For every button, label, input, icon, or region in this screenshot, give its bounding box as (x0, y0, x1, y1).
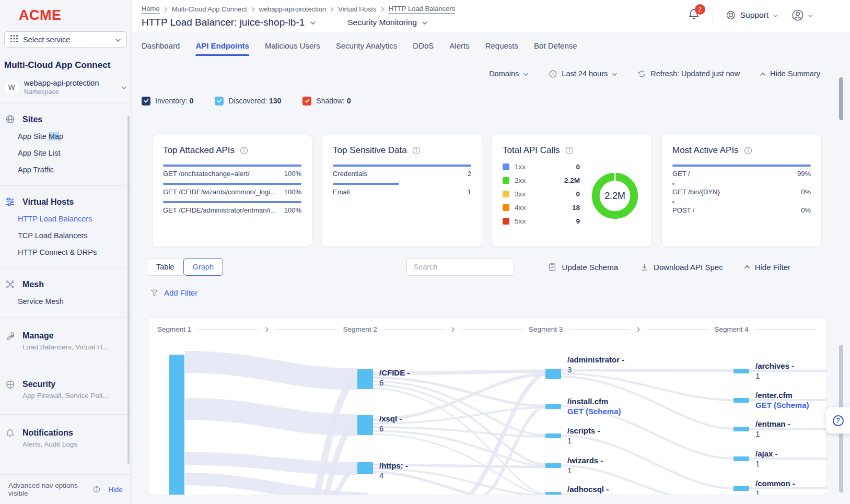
api-bar-row[interactable]: POST /0% (672, 201, 811, 214)
endpoint-name: /archives - (755, 361, 794, 371)
sidebar-item-app-site-map[interactable]: App Site Map (0, 128, 131, 145)
security-monitoring-dropdown[interactable]: Security Monitoring (347, 18, 428, 27)
tab-dashboard[interactable]: Dashboard (142, 32, 180, 58)
sidebar-item-http-connect-drps[interactable]: HTTP Connect & DRPs (0, 244, 131, 261)
info-icon[interactable] (240, 146, 248, 155)
sidebar-section-mesh[interactable]: Mesh (0, 276, 131, 293)
info-icon[interactable] (565, 146, 574, 155)
sidebar-item-app-site-list[interactable]: App Site List (0, 145, 131, 161)
sankey-node[interactable] (733, 398, 749, 403)
sidebar-section-virtual-hosts[interactable]: Virtual Hosts (0, 193, 131, 210)
sidebar-item-app-traffic[interactable]: App Traffic (0, 161, 131, 178)
chevron-down-icon[interactable] (310, 18, 316, 27)
sankey-node[interactable] (733, 369, 749, 373)
sidebar-scrollbar[interactable] (127, 116, 130, 464)
sankey-node[interactable] (545, 463, 561, 468)
sensitive-data-row[interactable]: Email1 (333, 183, 471, 196)
api-calls-donut-chart[interactable]: 2.2M (589, 170, 641, 224)
sidebar-section-security[interactable]: Security App Firewall, Service Poli... (0, 373, 131, 407)
main-area: Home Multi-Cloud App Connect webapp-api-… (132, 0, 850, 495)
endpoint-name: /common - (755, 479, 795, 488)
tab-alerts[interactable]: Alerts (449, 32, 469, 58)
sankey-node[interactable] (733, 456, 749, 461)
acme-logo: ACME (19, 7, 131, 24)
api-bar-row[interactable]: GET /CFIDE/administrator/entman/i...100% (163, 201, 301, 214)
breadcrumb-item[interactable]: Multi-Cloud App Connect (172, 5, 247, 13)
update-schema-button[interactable]: Update Schema (548, 262, 618, 272)
endpoint-name: /wizards - (567, 456, 603, 465)
inventory-checkbox[interactable]: Inventory: 0 (142, 97, 193, 106)
support-menu[interactable]: Support (726, 10, 778, 20)
sankey-node[interactable] (545, 369, 561, 379)
add-filter-button[interactable]: Add Filter (150, 288, 850, 297)
time-range-dropdown[interactable]: Last 24 hours (549, 69, 618, 78)
sankey-node[interactable] (733, 427, 749, 431)
sankey-node[interactable] (545, 433, 561, 438)
sankey-node[interactable] (169, 355, 184, 495)
legend-row: 4xx18 (503, 204, 580, 212)
notifications-bell-button[interactable]: 2 (688, 8, 700, 22)
sankey-node[interactable] (357, 462, 373, 474)
tab-bot-defense[interactable]: Bot Defense (534, 32, 577, 58)
chevron-right-icon (265, 326, 269, 333)
tab-security-analytics[interactable]: Security Analytics (336, 32, 398, 58)
legend-row: 5xx9 (503, 217, 580, 225)
sidebar-item-tcp-load-balancers[interactable]: TCP Load Balancers (0, 227, 131, 244)
breadcrumb-item[interactable]: webapp-api-protection (259, 5, 327, 13)
chevron-up-icon (744, 265, 750, 269)
api-bar-row[interactable]: GET /99% (672, 165, 811, 178)
sidebar-section-sites[interactable]: Sites (0, 111, 131, 128)
api-bar-row[interactable]: GET /CFIDE/wizards/common/_logi...100% (163, 183, 301, 196)
divider (0, 414, 131, 415)
schema-link[interactable]: GET (Schema) (755, 401, 809, 410)
sidebar-section-manage[interactable]: Manage Load Balancers, Virtual H... (0, 325, 131, 358)
sidebar-item-http-load-balancers[interactable]: HTTP Load Balancers (0, 210, 131, 227)
funnel-icon (150, 288, 159, 297)
schema-link[interactable]: GET (Schema) (567, 407, 621, 416)
domains-dropdown[interactable]: Domains (489, 69, 529, 78)
tab-api-endpoints[interactable]: API Endpoints (195, 32, 249, 58)
notifications-badge: 2 (695, 4, 705, 15)
endpoint-count: 3 (567, 365, 624, 374)
info-icon[interactable] (744, 146, 752, 155)
grid-icon (10, 34, 18, 44)
hide-advanced-nav-link[interactable]: Hide (108, 486, 123, 494)
segment-label: Segment 2 (343, 325, 377, 333)
tab-malicious-users[interactable]: Malicious Users (265, 32, 320, 58)
breadcrumb-http-load-balancers[interactable]: HTTP Load Balancers (389, 5, 456, 14)
api-bar-row[interactable]: GET /bin/{DYN}0% (672, 183, 811, 196)
breadcrumb-item[interactable]: Virtual Hosts (338, 5, 376, 13)
select-service-dropdown[interactable]: Select service (4, 31, 127, 48)
sidebar-section-notifications[interactable]: Notifications Alerts, Audit Logs (0, 422, 131, 455)
download-api-spec-button[interactable]: Download API Spec (640, 263, 723, 272)
shadow-checkbox[interactable]: Shadow: 0 (302, 97, 351, 106)
sidebar-item-service-mesh[interactable]: Service Mesh (0, 293, 131, 310)
sankey-node[interactable] (545, 404, 561, 409)
hide-filter-toggle[interactable]: Hide Filter (744, 263, 790, 272)
help-button[interactable]: ? (826, 407, 850, 433)
legend-swatch (503, 163, 509, 170)
sankey-node[interactable] (357, 415, 373, 435)
namespace-selector[interactable]: W webapp-api-protection Namespace (4, 79, 127, 96)
sankey-node[interactable] (545, 492, 561, 495)
info-icon[interactable] (412, 146, 421, 155)
info-icon (93, 486, 100, 493)
sankey-node-label: /ajax -1 (755, 449, 778, 468)
api-bar-row[interactable]: GET /oncfstatechange=alert/100% (163, 165, 301, 178)
tab-ddos[interactable]: DDoS (413, 32, 434, 58)
breadcrumb-home[interactable]: Home (142, 5, 160, 14)
sankey-node[interactable] (357, 369, 373, 389)
sensitive-data-row[interactable]: Credentials2 (333, 165, 471, 178)
search-input[interactable] (406, 258, 514, 276)
divider (647, 329, 708, 330)
account-menu[interactable] (791, 8, 813, 22)
sankey-node[interactable] (733, 486, 749, 491)
hide-summary-toggle[interactable]: Hide Summary (760, 69, 820, 78)
segment-header: Segment 1 Segment 2 Segment 3 Segment 4 (148, 318, 826, 333)
table-view-button[interactable]: Table (147, 258, 184, 276)
graph-view-button[interactable]: Graph (183, 258, 223, 276)
refresh-button[interactable]: Refresh: Updated just now (637, 69, 740, 78)
page-scrollbar-thumb[interactable] (839, 77, 843, 120)
discovered-checkbox[interactable]: Discovered: 130 (215, 97, 281, 106)
tab-requests[interactable]: Requests (485, 32, 518, 58)
